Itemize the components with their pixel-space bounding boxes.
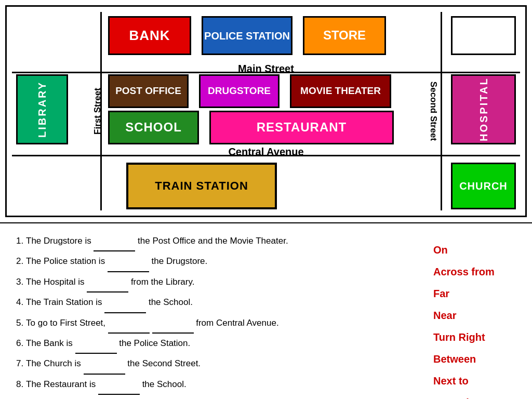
answer-on: On xyxy=(433,239,516,261)
answer-across-from: Across from xyxy=(433,261,516,283)
restaurant-building: RESTAURANT xyxy=(209,111,394,144)
blank-5b xyxy=(152,313,194,334)
question-6: The Bank is the Police Station. xyxy=(26,334,418,354)
first-street-label: First Street xyxy=(92,88,103,135)
bottom-section: The Drugstore is the Post Office and the… xyxy=(0,223,532,399)
question-3: The Hospital is from the Library. xyxy=(26,272,418,292)
bank-building: BANK xyxy=(108,16,191,55)
blank-5a xyxy=(108,313,150,334)
main-street-label: Main Street xyxy=(238,63,294,75)
second-street-label: Second Street xyxy=(428,82,438,141)
school-building: SCHOOL xyxy=(108,111,199,144)
questions-section: The Drugstore is the Post Office and the… xyxy=(10,231,418,391)
questions-list: The Drugstore is the Post Office and the… xyxy=(10,231,418,395)
answer-opposite: Opposite xyxy=(433,392,516,399)
blank-8 xyxy=(98,375,140,395)
hospital-building: HOSPITAL xyxy=(451,74,516,144)
question-1: The Drugstore is the Post Office and the… xyxy=(26,231,418,251)
library-building: LIBRARY xyxy=(16,74,68,144)
blank-4 xyxy=(104,292,146,313)
blank-3 xyxy=(87,272,128,292)
movie-theater-building: MOVIE THEATER xyxy=(290,74,391,108)
question-7: The Church is the Second Street. xyxy=(26,354,418,374)
blank-7 xyxy=(84,354,125,374)
answer-options: On Across from Far Near Turn Right Betwe… xyxy=(428,231,522,391)
map-grid: Main Street Central Avenue First Street … xyxy=(5,5,527,217)
central-avenue-label: Central Avenue xyxy=(228,146,303,158)
question-4: The Train Station is the School. xyxy=(26,292,418,313)
answer-between: Between xyxy=(433,348,516,370)
post-office-building: POST OFFICE xyxy=(108,74,189,108)
blank-2 xyxy=(108,251,149,272)
drugstore-building: DRUGSTORE xyxy=(199,74,280,108)
question-2: The Police station is the Drugstore. xyxy=(26,251,418,272)
church-building: CHURCH xyxy=(451,163,516,209)
store-building: STORE xyxy=(303,16,386,55)
answer-turn-right: Turn Right xyxy=(433,326,516,348)
train-station-building: TRAIN STATION xyxy=(126,163,277,209)
top-right-empty-box xyxy=(451,16,516,55)
police-station-building: POLICE STATION xyxy=(202,16,292,55)
answer-near: Near xyxy=(433,304,516,326)
blank-1 xyxy=(94,231,135,251)
blank-6 xyxy=(75,334,117,354)
answer-next-to: Next to xyxy=(433,370,516,392)
map-container: Main Street Central Avenue First Street … xyxy=(0,0,532,223)
question-5: To go to First Street, from Central Aven… xyxy=(26,313,418,334)
answer-far: Far xyxy=(433,283,516,304)
question-8: The Restaurant is the School. xyxy=(26,375,418,395)
vertical-line-right xyxy=(441,12,442,210)
